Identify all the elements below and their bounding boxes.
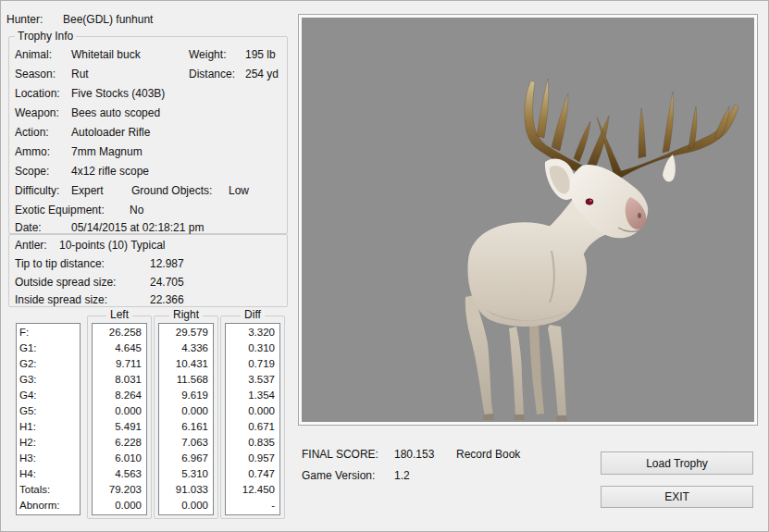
measurement-right-value: 29.579 xyxy=(159,325,213,340)
trophy-info-dialog: Hunter: Bee(GDL) funhunt Trophy Info Ani… xyxy=(0,0,769,532)
measurement-row-label: G5: xyxy=(17,403,80,419)
location-value: Five Stocks (403B) xyxy=(71,87,165,100)
weapon-value: Bees auto scoped xyxy=(71,106,160,119)
measurement-row-label: H2: xyxy=(17,435,80,451)
measurement-row-label: H1: xyxy=(17,419,80,435)
measurement-left-value: 9.711 xyxy=(93,356,146,372)
measurement-row-label: G2: xyxy=(17,356,80,372)
tip-to-tip-row: Tip to tip distance: 12.987 xyxy=(9,257,287,272)
inside-spread-value: 22.366 xyxy=(150,293,184,306)
measurement-left-value: 0.000 xyxy=(93,498,146,513)
deer-nostril xyxy=(638,213,641,218)
trophy-render-viewport[interactable] xyxy=(299,15,757,425)
final-score-value: 180.153 xyxy=(394,448,434,461)
measurement-left-value: 6.228 xyxy=(93,435,146,451)
measurement-diff-value: 0.310 xyxy=(226,340,279,356)
exotic-equipment-value: No xyxy=(130,204,143,217)
measurement-diff-value: 12.450 xyxy=(226,482,279,498)
left-column-header: Left xyxy=(106,308,132,321)
diff-column-header: Diff xyxy=(241,308,265,321)
hunter-value: Bee(GDL) funhunt xyxy=(63,13,153,26)
difficulty-value: Expert xyxy=(71,184,104,197)
left-values-listbox[interactable]: 26.2584.6459.7118.0318.2640.0005.4916.22… xyxy=(92,323,147,515)
measurement-right-value: 0.000 xyxy=(159,498,213,513)
measurement-right-value: 9.619 xyxy=(159,388,213,403)
record-book-text: Record Book xyxy=(456,448,520,461)
measurement-labels-listbox[interactable]: F:G1:G2:G3:G4:G5:H1:H2:H3:H4:Totals:Abno… xyxy=(16,323,81,515)
weight-label: Weight: xyxy=(189,48,226,61)
antler-info-groupbox: Antler: 10-points (10) Typical Tip to ti… xyxy=(8,234,288,307)
final-score-label: FINAL SCORE: xyxy=(302,448,378,461)
trophy-info-title: Trophy Info xyxy=(15,30,76,43)
location-label: Location: xyxy=(15,87,60,100)
tip-to-tip-value: 12.987 xyxy=(150,257,184,270)
action-row: Action: Autoloader Rifle xyxy=(9,126,287,141)
measurement-right-value: 7.063 xyxy=(159,435,213,451)
measurement-diff-value: 0.671 xyxy=(226,419,279,435)
ground-objects-value: Low xyxy=(229,184,249,197)
final-score-row: FINAL SCORE: 180.153 Record Book xyxy=(302,448,598,463)
measurement-left-value: 4.645 xyxy=(93,340,146,356)
measurement-row-label: G1: xyxy=(17,340,80,356)
date-label: Date: xyxy=(15,221,42,234)
weapon-label: Weapon: xyxy=(15,106,59,119)
load-trophy-button[interactable]: Load Trophy xyxy=(601,452,753,475)
exit-button[interactable]: EXIT xyxy=(601,486,753,508)
measurement-diff-value: 0.719 xyxy=(226,356,279,372)
ammo-label: Ammo: xyxy=(15,145,50,158)
season-label: Season: xyxy=(15,68,56,80)
animal-value: Whitetail buck xyxy=(71,48,141,61)
game-version-value: 1.2 xyxy=(394,469,410,482)
measurement-row-label: G3: xyxy=(17,372,80,388)
measurement-right-value: 0.000 xyxy=(159,403,213,419)
measurement-right-value: 6.967 xyxy=(159,451,213,466)
measurement-diff-value: - xyxy=(226,498,279,513)
measurement-left-value: 8.031 xyxy=(93,372,146,388)
exotic-equipment-label: Exotic Equipment: xyxy=(15,204,105,217)
measurement-left-value: 4.563 xyxy=(93,466,146,482)
right-values-listbox[interactable]: 29.5794.33610.43111.5689.6190.0006.1617.… xyxy=(158,323,214,515)
measurement-diff-value: 0.747 xyxy=(226,466,279,482)
exotic-equipment-row: Exotic Equipment: No xyxy=(9,204,287,218)
location-row: Location: Five Stocks (403B) xyxy=(9,87,287,102)
difficulty-row: Difficulty: Expert Ground Objects: Low xyxy=(9,184,287,199)
antler-value: 10-points (10) Typical xyxy=(59,239,166,252)
animal-label: Animal: xyxy=(15,48,52,61)
animal-row: Animal: Whitetail buck Weight: 195 lb xyxy=(9,48,287,63)
distance-label: Distance: xyxy=(189,68,235,80)
measurement-right-value: 11.568 xyxy=(159,372,213,388)
measurement-left-value: 8.264 xyxy=(93,388,146,403)
measurement-diff-value: 3.537 xyxy=(226,372,279,388)
antler-row: Antler: 10-points (10) Typical xyxy=(9,239,287,254)
antler-label: Antler: xyxy=(15,239,47,252)
inside-spread-label: Inside spread size: xyxy=(15,293,107,306)
hunter-label: Hunter: xyxy=(6,13,43,26)
inside-spread-row: Inside spread size: 22.366 xyxy=(9,293,287,308)
measurement-left-value: 0.000 xyxy=(93,403,146,419)
scope-label: Scope: xyxy=(15,165,49,178)
diff-values-listbox[interactable]: 3.3200.3100.7193.5371.3540.0000.6710.835… xyxy=(225,323,280,515)
measurement-row-label: Abnorm: xyxy=(17,498,80,513)
measurement-right-value: 91.033 xyxy=(159,482,213,498)
measurement-right-value: 5.310 xyxy=(159,466,213,482)
measurement-right-value: 6.161 xyxy=(159,419,213,435)
outside-spread-label: Outside spread size: xyxy=(15,276,116,289)
deer-eye xyxy=(586,199,593,204)
measurement-left-value: 5.491 xyxy=(93,419,146,435)
ammo-value: 7mm Magnum xyxy=(71,145,143,158)
measurement-diff-value: 1.354 xyxy=(226,388,279,403)
measurement-row-label: H3: xyxy=(17,451,80,466)
action-value: Autoloader Rifle xyxy=(71,126,150,139)
ground-objects-label: Ground Objects: xyxy=(131,184,212,197)
measurement-left-value: 26.258 xyxy=(93,325,146,340)
deer-render xyxy=(302,18,754,422)
measurement-row-label: H4: xyxy=(17,466,80,482)
measurement-diff-value: 3.320 xyxy=(226,325,279,340)
weight-value: 195 lb xyxy=(245,48,276,61)
measurement-row-label: G4: xyxy=(17,388,80,403)
measurement-diff-value: 0.000 xyxy=(226,403,279,419)
measurement-right-value: 10.431 xyxy=(159,356,213,372)
measurement-diff-value: 0.957 xyxy=(226,451,279,466)
difficulty-label: Difficulty: xyxy=(15,184,59,197)
distance-value: 254 yd xyxy=(245,68,279,80)
